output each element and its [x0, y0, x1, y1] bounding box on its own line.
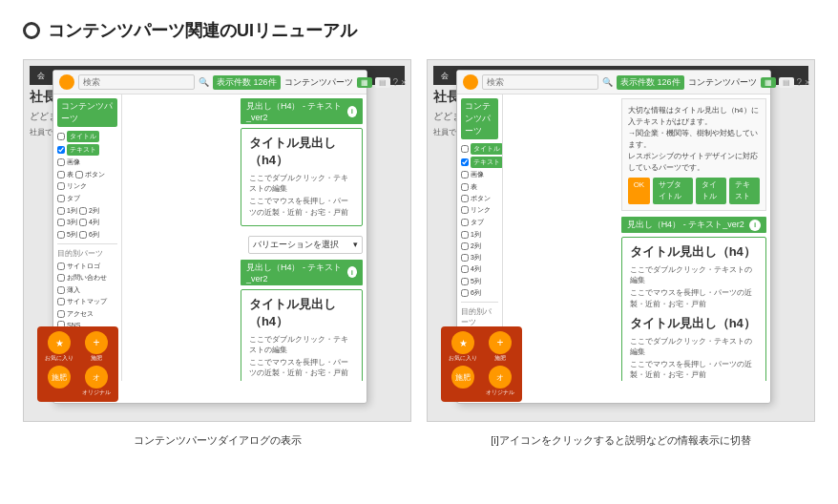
- right-orange-panel: ★ お気に入り + 施肥 施肥 オ オリジナル: [441, 326, 522, 402]
- filter-link[interactable]: リンク: [57, 181, 87, 191]
- left-btn-fav-wrapper: ★ お気に入り: [42, 331, 76, 363]
- right-tab-label: コンテンツパーツ: [688, 76, 757, 89]
- left-section-bar-1: 見出し（H4） - テキスト_ver2 i: [241, 98, 363, 124]
- right-btn-orig-label: オリジナル: [486, 388, 514, 397]
- left-btn-add[interactable]: +: [85, 331, 108, 354]
- purpose-row-1: サイトロゴ お問い合わせ: [57, 262, 117, 283]
- right-grid-1col[interactable]: 1列: [461, 230, 481, 240]
- right-content-block[interactable]: タイトル見出し（h4） ここでダブルクリック・テキストの編集 ここでマウスを長押…: [621, 237, 766, 381]
- right-btn-fav[interactable]: ★: [451, 331, 474, 354]
- left-btn-add-wrapper: + 施肥: [79, 331, 114, 363]
- left-content-text-2a: ここでダブルクリック・テキストの編集: [249, 334, 354, 355]
- left-section-bar-1-label: 見出し（H4） - テキスト_ver2: [246, 100, 347, 122]
- left-btn-new-wrapper: 施肥: [42, 366, 76, 397]
- right-info-ok-btn[interactable]: OK: [628, 178, 651, 204]
- purpose-section-label: 目的別パーツ: [57, 248, 117, 259]
- right-filter-button[interactable]: ボタン: [461, 194, 491, 203]
- right-filter-tab[interactable]: タブ: [461, 218, 484, 227]
- left-btn-new[interactable]: 施肥: [48, 366, 71, 388]
- grid-4col[interactable]: 4列: [79, 218, 99, 227]
- right-info-panel: 大切な情報はタイトル見出し（h4）に入テキストがはびます。→関企業・機関等、樹制…: [621, 98, 766, 211]
- filter-text[interactable]: テキスト: [57, 144, 99, 156]
- left-question-btn[interactable]: ?: [393, 77, 399, 88]
- right-info-text-btn[interactable]: テキスト: [729, 178, 760, 204]
- right-grid-row-1: 1列 2列 3列 4列: [461, 230, 498, 274]
- right-btn-orig[interactable]: オ: [489, 366, 512, 388]
- right-icon1[interactable]: ▦: [761, 77, 776, 88]
- filter-button[interactable]: ボタン: [75, 170, 105, 179]
- left-info-icon-2[interactable]: i: [347, 266, 357, 278]
- left-section-bar-2-label: 見出し（H4） - テキスト_ver2: [246, 262, 347, 284]
- left-icon2[interactable]: ▤: [375, 77, 390, 88]
- left-variation-dropdown-1[interactable]: バリエーションを選択 ▾: [248, 236, 363, 254]
- filter-tab[interactable]: タブ: [57, 194, 80, 203]
- right-btn-orig-wrapper: オ オリジナル: [483, 366, 517, 397]
- right-grid-5col[interactable]: 5列: [461, 277, 481, 286]
- right-filter-row-1: タイトル テキスト 画像: [461, 143, 498, 179]
- left-btn-orig-wrapper: オ オリジナル: [79, 366, 114, 397]
- right-icon2[interactable]: ▤: [779, 77, 794, 88]
- right-filter-row-2: 表 ボタン リンク: [461, 182, 498, 215]
- right-search-input[interactable]: [482, 74, 598, 90]
- left-variation-label-1: バリエーションを選択: [253, 239, 339, 251]
- right-btn-fav-wrapper: ★ お気に入り: [446, 331, 480, 363]
- grid-6col[interactable]: 6列: [79, 230, 99, 240]
- purpose-row-2: 薄入 サイトマップ: [57, 285, 117, 306]
- left-orange-buttons: ★ お気に入り + 施肥 施肥 オ オリジナル: [42, 331, 114, 397]
- right-question-btn[interactable]: ?: [797, 77, 803, 88]
- left-info-icon-1[interactable]: i: [347, 106, 357, 117]
- right-info-icon[interactable]: i: [749, 220, 761, 231]
- right-btn-fav-label: お気に入り: [449, 354, 477, 363]
- grid-3col[interactable]: 3列: [57, 218, 77, 227]
- right-info-subtitle-btn[interactable]: サブタイトル: [653, 178, 693, 204]
- right-filter-text[interactable]: テキスト: [461, 157, 503, 168]
- right-grid-6col[interactable]: 6列: [461, 288, 481, 298]
- right-filter-image[interactable]: 画像: [461, 170, 484, 179]
- right-filter-title[interactable]: タイトル: [461, 143, 503, 155]
- purpose-userin[interactable]: 薄入: [57, 285, 80, 295]
- left-btn-add-label: 施肥: [91, 354, 102, 363]
- grid-row-1: 1列 2列 3列 4列: [57, 206, 117, 227]
- purpose-logo[interactable]: サイトロゴ: [57, 262, 100, 271]
- left-bg: 会 社長 どどまりませ 社員です、きた会社です。私たちはそのため、私たちをここを…: [24, 60, 410, 421]
- purpose-access[interactable]: アクセス: [57, 309, 94, 319]
- grid-2col[interactable]: 2列: [79, 206, 99, 216]
- right-panel-title: コンテンツパーツ: [461, 98, 498, 139]
- right-content-text-b: ここでマウスを長押し・パーツの近製・近前・お宅・戸前: [630, 287, 758, 308]
- right-close-btn[interactable]: ×: [805, 77, 810, 88]
- right-info-title-btn[interactable]: タイトル: [696, 178, 726, 204]
- purpose-contact[interactable]: お問い合わせ: [57, 273, 107, 283]
- right-btn-new[interactable]: 施肥: [451, 366, 474, 388]
- right-search-icon: 🔍: [602, 77, 613, 87]
- right-btn-add[interactable]: +: [489, 331, 512, 354]
- left-close-btn[interactable]: ×: [401, 77, 407, 88]
- left-content-block-2[interactable]: タイトル見出し（h4） ここでダブルクリック・テキストの編集 ここでマウスを長押…: [241, 289, 363, 381]
- right-btn-add-wrapper: + 施肥: [483, 331, 517, 363]
- right-caption: [i]アイコンをクリックすると説明などの情報表示に切替: [427, 433, 815, 448]
- filter-table[interactable]: 表: [57, 170, 73, 179]
- right-filter-link[interactable]: リンク: [461, 205, 491, 215]
- right-filter-row-3: タブ: [461, 218, 498, 227]
- right-orange-buttons: ★ お気に入り + 施肥 施肥 オ オリジナル: [446, 331, 517, 397]
- right-screenshot: 会 社長 どどまりませ 社員です、きた会社です。私たちはそのため、私たちをここを…: [427, 59, 815, 422]
- right-purpose-label: 目的別パーツ: [461, 306, 498, 327]
- right-grid-3col[interactable]: 3列: [461, 253, 481, 262]
- left-icon1[interactable]: ▦: [357, 77, 372, 88]
- grid-5col[interactable]: 5列: [57, 230, 77, 240]
- left-search-input[interactable]: [78, 74, 195, 90]
- right-grid-2col[interactable]: 2列: [461, 242, 481, 251]
- grid-row-2: 5列 6列: [57, 230, 117, 240]
- right-grid-4col[interactable]: 4列: [461, 264, 481, 274]
- left-content-block-1[interactable]: タイトル見出し（h4） ここでダブルクリック・テキストの編集 ここでマウスを長押…: [241, 128, 363, 226]
- page-title: コンテンツパーツ関連のUIリニューアル: [48, 19, 357, 42]
- right-filter-table[interactable]: 表: [461, 182, 477, 192]
- left-btn-fav[interactable]: ★: [48, 331, 71, 354]
- filter-image[interactable]: 画像: [57, 158, 80, 167]
- left-btn-orig[interactable]: オ: [85, 366, 108, 388]
- right-bg: 会 社長 どどまりませ 社員です、きた会社です。私たちはそのため、私たちをここを…: [428, 60, 814, 421]
- purpose-sitemap[interactable]: サイトマップ: [57, 297, 107, 306]
- bg-nav-left: 会: [37, 71, 45, 81]
- grid-1col[interactable]: 1列: [57, 206, 77, 216]
- filter-row-3: タブ: [57, 194, 117, 203]
- filter-title[interactable]: タイトル: [57, 131, 99, 142]
